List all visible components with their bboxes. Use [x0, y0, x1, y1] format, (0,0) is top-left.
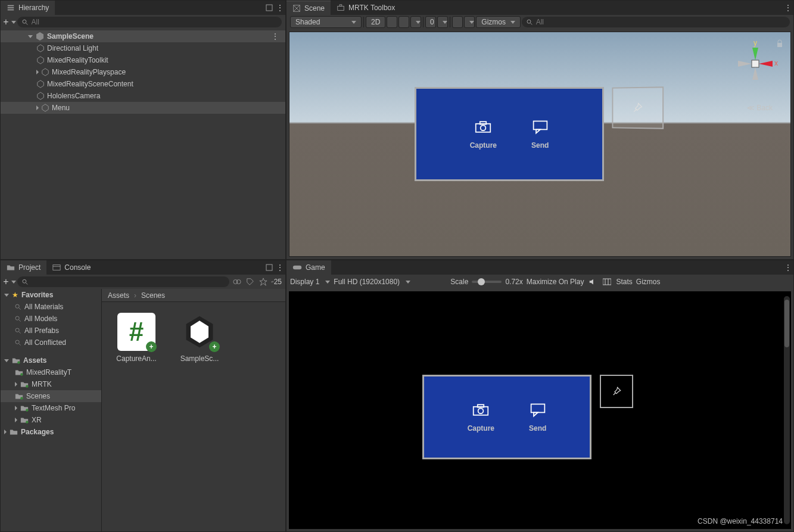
svg-marker-6	[36, 32, 43, 41]
scene-search-input[interactable]	[536, 18, 785, 26]
svg-rect-0	[8, 5, 14, 7]
favorites-group[interactable]: ★Favorites	[1, 289, 101, 301]
hierarchy-tab[interactable]: Hierarchy	[1, 1, 55, 15]
menu-panel[interactable]: Capture Send	[422, 375, 591, 459]
asset-folder[interactable]: TextMesh Pro	[1, 402, 101, 414]
maximize-toggle[interactable]: Maximize On Play	[527, 278, 584, 286]
tools-button[interactable]	[452, 16, 463, 28]
scale-slider[interactable]	[472, 281, 502, 283]
svg-point-47	[15, 304, 19, 308]
hierarchy-search[interactable]	[17, 17, 282, 27]
svg-point-70	[478, 408, 484, 413]
game-tab[interactable]: Game	[287, 260, 331, 275]
create-button[interactable]: +	[4, 276, 15, 287]
asset-folder[interactable]: XR	[1, 414, 101, 426]
mute-toggle[interactable]	[587, 276, 598, 287]
hierarchy-panel: Hierarchy ⋮ + SampleScene ⋮ Directional …	[0, 0, 286, 260]
project-search-input[interactable]	[32, 278, 225, 286]
audio-toggle[interactable]	[398, 16, 409, 28]
folder-icon	[10, 428, 18, 435]
favorite-item[interactable]: All Models	[1, 313, 101, 325]
capture-button[interactable]: Capture	[470, 119, 497, 150]
hierarchy-item[interactable]: MixedRealityPlayspace	[1, 66, 285, 78]
hierarchy-item[interactable]: MixedRealityToolkit	[1, 54, 285, 66]
gizmos-toggle[interactable]: Gizmos	[636, 278, 661, 286]
scale-label: Scale	[450, 278, 468, 286]
search-icon	[527, 19, 533, 26]
camera-button[interactable]	[464, 16, 475, 28]
asset-item[interactable]: # + CaptureAn...	[113, 313, 160, 363]
panel-dock-icon[interactable]	[264, 2, 275, 13]
watermark: CSDN @weixin_44338714	[698, 517, 783, 525]
fx-toggle[interactable]	[410, 16, 421, 28]
svg-rect-34	[480, 122, 487, 124]
lighting-toggle[interactable]	[387, 16, 397, 28]
scene-search[interactable]	[522, 17, 790, 27]
hidden-count[interactable]: 25	[271, 276, 282, 287]
capture-button[interactable]: Capture	[468, 402, 494, 433]
send-button[interactable]: Send	[529, 402, 546, 433]
svg-rect-38	[53, 265, 60, 270]
panel-dock-icon[interactable]	[264, 262, 275, 273]
project-search[interactable]	[17, 276, 229, 287]
scene-viewport[interactable]: y x ≪Back Capture Send	[289, 32, 791, 257]
panel-menu-icon[interactable]: ⋮	[275, 262, 285, 273]
resolution-dropdown[interactable]: Full HD (1920x1080)	[334, 278, 447, 286]
folder-icon	[7, 264, 15, 271]
display-dropdown[interactable]: Display 1	[290, 278, 330, 286]
hidden-objects-button[interactable]: 0	[425, 16, 436, 28]
hierarchy-item[interactable]: HololensCamera	[1, 90, 285, 102]
shading-mode-dropdown[interactable]: Shaded	[290, 16, 362, 28]
project-tab[interactable]: Project	[1, 260, 46, 275]
menu-panel[interactable]: Capture Send	[415, 87, 604, 181]
assets-group[interactable]: Assets	[1, 354, 101, 366]
scene-more-icon[interactable]: ⋮	[270, 31, 281, 42]
crumb-assets[interactable]: Assets	[108, 291, 129, 300]
axis-x-label: x	[774, 59, 778, 67]
asset-folder[interactable]: MixedRealityT	[1, 366, 101, 378]
scene-tab[interactable]: Scene	[287, 1, 331, 15]
mrtk-toolbox-tab[interactable]: MRTK Toolbox	[331, 1, 401, 15]
2d-toggle[interactable]: 2D	[366, 16, 385, 28]
scene-row[interactable]: SampleScene ⋮	[1, 30, 285, 42]
scrollbar[interactable]	[784, 296, 790, 524]
hierarchy-item[interactable]: MixedRealitySceneContent	[1, 78, 285, 90]
crumb-scenes[interactable]: Scenes	[141, 291, 165, 300]
pin-panel[interactable]	[600, 375, 633, 408]
search-icon	[22, 279, 29, 285]
asset-item[interactable]: + SampleSc...	[176, 313, 223, 363]
expand-icon[interactable]	[36, 105, 39, 110]
vsync-toggle[interactable]	[602, 276, 612, 287]
stats-toggle[interactable]: Stats	[616, 278, 632, 286]
panel-menu-icon[interactable]: ⋮	[275, 2, 285, 13]
hierarchy-search-input[interactable]	[32, 18, 277, 26]
favorite-item[interactable]: All Materials	[1, 301, 101, 313]
svg-marker-45	[260, 278, 267, 285]
console-tab[interactable]: Console	[46, 260, 96, 275]
hierarchy-item[interactable]: Menu	[1, 102, 285, 114]
orientation-gizmo[interactable]: y x	[731, 39, 779, 87]
hierarchy-item[interactable]: Directional Light	[1, 42, 285, 54]
assets-grid: # + CaptureAn... + SampleSc...	[102, 302, 285, 531]
panel-menu-icon[interactable]: ⋮	[783, 2, 793, 13]
favorite-item[interactable]: All Conflicted	[1, 337, 101, 349]
expand-icon[interactable]	[36, 70, 39, 74]
game-viewport[interactable]: Capture Send CSDN @weixin_44338714	[289, 291, 791, 529]
favorite-icon[interactable]	[258, 276, 269, 287]
grid-toggle[interactable]	[437, 16, 448, 28]
expand-icon[interactable]	[28, 35, 33, 38]
send-button[interactable]: Send	[531, 119, 549, 150]
svg-point-53	[15, 340, 19, 344]
pin-panel[interactable]	[612, 86, 664, 129]
create-button[interactable]: +	[4, 17, 15, 27]
gizmos-dropdown[interactable]: Gizmos	[476, 16, 521, 28]
packages-group[interactable]: Packages	[1, 426, 101, 438]
svg-rect-3	[266, 5, 272, 11]
panel-menu-icon[interactable]: ⋮	[783, 262, 793, 273]
filter-label-icon[interactable]	[245, 276, 256, 287]
filter-type-icon[interactable]	[232, 276, 242, 287]
asset-folder[interactable]: MRTK	[1, 378, 101, 390]
svg-marker-30	[759, 61, 773, 67]
asset-folder[interactable]: Scenes	[1, 390, 101, 402]
favorite-item[interactable]: All Prefabs	[1, 325, 101, 337]
